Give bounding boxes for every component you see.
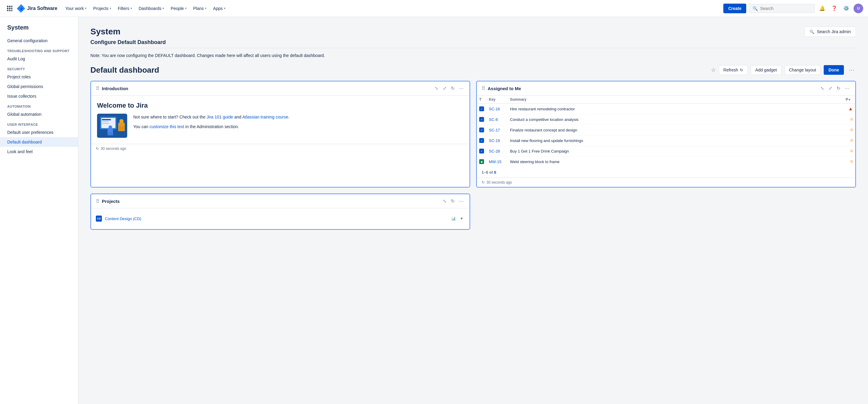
svg-rect-3: [7, 8, 8, 9]
issue-key-link[interactable]: SC-17: [489, 128, 500, 132]
gadget-more-icon[interactable]: ⋯: [458, 198, 465, 205]
search-input[interactable]: [760, 6, 811, 11]
priority-icon: ≡: [850, 159, 853, 164]
col-summary-header: Summary: [507, 96, 843, 104]
issue-key-link[interactable]: SC-19: [489, 138, 500, 143]
table-row: ✓ SC-8 Conduct a competitive location an…: [477, 114, 855, 125]
add-gadget-button[interactable]: Add gadget: [751, 65, 781, 75]
pagination-text: 1–6 of 6: [482, 170, 496, 175]
drag-handle-icon[interactable]: ⠿: [482, 86, 485, 91]
svg-rect-13: [102, 121, 108, 122]
projects-gadget-title: Projects: [102, 199, 439, 204]
refresh-icon[interactable]: ↻: [835, 85, 842, 92]
sidebar-item-audit-log[interactable]: Audit Log: [0, 54, 78, 64]
jira-101-link[interactable]: Jira 101 guide: [207, 115, 233, 119]
done-button[interactable]: Done: [824, 65, 844, 75]
svg-rect-15: [118, 123, 125, 131]
sidebar-item-default-dashboard[interactable]: Default dashboard: [0, 137, 78, 147]
refresh-button[interactable]: Refresh ↻: [719, 65, 748, 75]
chart-icon[interactable]: 📊: [450, 216, 457, 221]
nav-your-work[interactable]: Your work ▾: [62, 4, 90, 13]
drag-handle-icon[interactable]: ⠿: [96, 198, 99, 204]
nav-projects[interactable]: Projects ▾: [90, 4, 114, 13]
settings-icon[interactable]: ⚙️: [841, 4, 851, 13]
star-button[interactable]: ☆: [711, 67, 716, 73]
chevron-down-icon: ▾: [85, 7, 87, 10]
col-priority-header: P ▾: [843, 96, 855, 104]
sidebar-section-user-interface: USER INTERFACE: [0, 119, 78, 127]
table-row: ✓ SC-19 Install new flooring and update …: [477, 135, 855, 146]
nav-apps[interactable]: Apps ▾: [210, 4, 228, 13]
dashboard-title: Default dashboard: [90, 65, 711, 75]
atm-gadget-title: Assigned to Me: [488, 86, 817, 91]
sidebar-section-security: SECURITY: [0, 64, 78, 72]
search-box[interactable]: 🔍: [749, 4, 815, 13]
task-type-icon: ✓: [479, 106, 484, 111]
jira-logo[interactable]: Jira Software: [17, 4, 57, 13]
filter-icon[interactable]: ▼: [459, 216, 465, 221]
svg-rect-21: [108, 132, 110, 135]
sidebar-item-project-roles[interactable]: Project roles: [0, 72, 78, 82]
refresh-icon: ↻: [740, 68, 743, 72]
nav-filters[interactable]: Filters ▾: [115, 4, 135, 13]
sidebar-item-global-permissions[interactable]: Global permissions: [0, 82, 78, 91]
notifications-icon[interactable]: 🔔: [817, 4, 827, 13]
sidebar-item-look-and-feel[interactable]: Look and feel: [0, 147, 78, 156]
sidebar-section-automation: AUTOMATION: [0, 101, 78, 110]
atlassian-training-link[interactable]: Atlassian training course: [242, 115, 288, 119]
atm-gadget-header: ⠿ Assigned to Me ⤡ ⤢ ↻ ⋯: [477, 82, 855, 96]
grid-icon[interactable]: [5, 4, 14, 13]
maximize-icon[interactable]: ⤢: [827, 85, 834, 92]
refresh-icon: ↻: [96, 147, 99, 151]
dashboard-actions: ☆ Refresh ↻ Add gadget Change layout Don…: [711, 65, 856, 75]
sidebar-item-issue-collectors[interactable]: Issue collectors: [0, 91, 78, 101]
assigned-to-me-gadget: ⠿ Assigned to Me ⤡ ⤢ ↻ ⋯ T Key: [476, 81, 856, 188]
nav-plans[interactable]: Plans ▾: [190, 4, 210, 13]
customize-text-link[interactable]: customize this text: [150, 124, 184, 129]
sidebar-title: System: [0, 24, 78, 36]
gadget-more-icon[interactable]: ⋯: [844, 85, 850, 92]
sidebar-item-general-configuration[interactable]: General configuration: [0, 36, 78, 45]
avatar[interactable]: U: [854, 4, 863, 13]
change-layout-button[interactable]: Change layout: [784, 65, 821, 75]
sidebar-item-global-automation[interactable]: Global automation: [0, 110, 78, 119]
refresh-icon[interactable]: ↻: [450, 198, 456, 205]
issue-key-link[interactable]: SC-28: [489, 149, 500, 153]
maximize-icon[interactable]: ⤢: [441, 85, 448, 92]
refresh-icon[interactable]: ↻: [450, 85, 456, 92]
search-icon: 🔍: [752, 6, 758, 11]
atm-pagination-container: 1–6 of 6: [477, 167, 855, 178]
svg-rect-14: [102, 123, 110, 124]
list-item: CD Content Design (CD) 📊 ▼: [96, 213, 465, 224]
priority-icon: ≡: [850, 138, 853, 143]
minimize-icon[interactable]: ⤡: [441, 198, 448, 205]
main-content: System 🔍 Search Jira admin Configure Def…: [79, 17, 868, 404]
minimize-icon[interactable]: ⤡: [433, 85, 440, 92]
gadgets-grid: ⠿ Introduction ⤡ ⤢ ↻ ⋯ Welcome to Jira: [90, 81, 856, 230]
dashboard-header: Default dashboard ☆ Refresh ↻ Add gadget…: [90, 65, 856, 75]
intro-gadget-footer: ↻ 30 seconds ago: [91, 144, 470, 153]
nav-people[interactable]: People ▾: [167, 4, 190, 13]
search-jira-admin-button[interactable]: 🔍 Search Jira admin: [804, 27, 856, 37]
page-title: System: [90, 27, 121, 36]
task-type-icon: ✓: [479, 138, 484, 143]
issue-key-link[interactable]: MW-15: [489, 159, 501, 164]
svg-rect-6: [7, 10, 8, 11]
pagination-link[interactable]: 6: [494, 170, 496, 175]
create-button[interactable]: Create: [723, 4, 746, 13]
minimize-icon[interactable]: ⤡: [819, 85, 826, 92]
issue-key-link[interactable]: SC-8: [489, 117, 498, 122]
projects-gadget-body: CD Content Design (CD) 📊 ▼: [91, 208, 470, 229]
more-options-button[interactable]: ⋯: [847, 65, 856, 74]
sort-icon[interactable]: ▾: [849, 98, 850, 101]
project-link[interactable]: Content Design (CD): [105, 216, 141, 221]
help-icon[interactable]: ❓: [830, 4, 839, 13]
gadget-more-icon[interactable]: ⋯: [458, 85, 465, 92]
chevron-down-icon: ▾: [110, 7, 111, 10]
issue-key-link[interactable]: SC-16: [489, 107, 500, 111]
nav-dashboards[interactable]: Dashboards ▾: [135, 4, 167, 13]
drag-handle-icon[interactable]: ⠿: [96, 86, 99, 91]
svg-rect-7: [9, 10, 10, 11]
intro-text: Not sure where to start? Check out the J…: [133, 114, 289, 138]
sidebar-item-default-user-preferences[interactable]: Default user preferences: [0, 127, 78, 137]
